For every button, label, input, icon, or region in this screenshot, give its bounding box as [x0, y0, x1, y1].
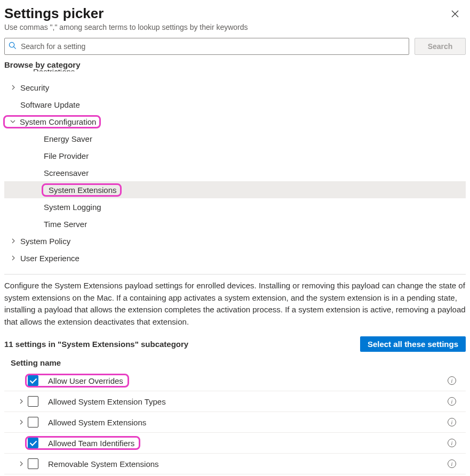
close-button[interactable]	[449, 7, 461, 20]
chevron-right-icon[interactable]	[15, 461, 28, 467]
chevron-right-icon[interactable]	[15, 398, 28, 405]
info-icon[interactable]: i	[448, 459, 456, 468]
divider	[4, 274, 466, 275]
close-icon	[451, 10, 459, 18]
category-item[interactable]: System Configuration	[4, 113, 466, 130]
category-item[interactable]: User Experience	[4, 249, 466, 267]
chevron-right-icon[interactable]	[15, 419, 28, 425]
category-item[interactable]: Time Server	[4, 215, 466, 232]
chevron-right-icon	[9, 255, 18, 261]
search-input[interactable]	[4, 38, 409, 55]
svg-line-1	[14, 47, 16, 49]
highlighted-setting: Allow User Overrides	[25, 374, 129, 388]
setting-label: Allowed System Extensions	[48, 418, 448, 427]
setting-row: Allowed System Extensionsi	[4, 412, 466, 433]
setting-label: Allowed System Extension Types	[48, 397, 448, 406]
category-label: Energy Saver	[44, 134, 92, 143]
category-item[interactable]: Security	[4, 79, 466, 96]
category-label: Screensaver	[44, 168, 89, 178]
category-item[interactable]: Software Update	[4, 96, 466, 113]
page-subtitle: Use commas "," among search terms to loo…	[4, 23, 248, 31]
category-label: Software Update	[20, 100, 80, 109]
settings-list: Allow User OverridesiAllowed System Exte…	[4, 370, 466, 474]
highlighted-category: System Configuration	[3, 115, 101, 128]
category-label: Time Server	[44, 220, 87, 229]
highlighted-category: System Extensions	[42, 183, 122, 197]
chevron-right-icon	[9, 238, 18, 244]
page-title: Settings picker	[4, 5, 248, 22]
select-all-button[interactable]: Select all these settings	[360, 336, 466, 352]
setting-checkbox[interactable]	[28, 396, 38, 407]
search-icon	[9, 42, 17, 51]
info-icon[interactable]: i	[448, 418, 456, 426]
setting-row: Allow User Overridesi	[4, 370, 466, 391]
category-item[interactable]: File Provider	[4, 147, 466, 164]
category-item[interactable]: System Logging	[4, 198, 466, 215]
setting-label: Allow User Overrides	[48, 376, 123, 385]
category-label: User Experience	[20, 254, 79, 263]
setting-checkbox[interactable]	[28, 438, 38, 448]
chevron-right-icon	[9, 84, 18, 91]
setting-checkbox[interactable]	[28, 375, 38, 386]
setting-label: Allowed Team Identifiers	[48, 439, 134, 448]
setting-label: Removable System Extensions	[48, 459, 448, 469]
category-label: Security	[20, 83, 49, 92]
setting-row: Removable System Extensionsi	[4, 454, 466, 474]
chevron-down-icon	[8, 118, 18, 125]
setting-row: Allowed System Extension Typesi	[4, 391, 466, 412]
highlighted-setting: Allowed Team Identifiers	[25, 436, 140, 450]
search-button[interactable]: Search	[415, 38, 466, 55]
info-icon[interactable]: i	[448, 439, 456, 447]
settings-count-label: 11 settings in "System Extensions" subca…	[4, 340, 188, 349]
setting-checkbox[interactable]	[28, 417, 38, 427]
info-icon[interactable]: i	[448, 397, 456, 406]
setting-name-header: Setting name	[11, 358, 466, 367]
category-label: System Configuration	[20, 117, 96, 126]
svg-point-0	[9, 42, 14, 47]
category-label: System Extensions	[49, 185, 117, 195]
category-label: System Logging	[44, 203, 101, 212]
category-item[interactable]: System Policy	[4, 232, 466, 249]
setting-row: Allowed Team Identifiersi	[4, 433, 466, 454]
category-label: File Provider	[44, 151, 89, 160]
category-item[interactable]: System Extensions	[4, 181, 466, 198]
category-item[interactable]: Energy Saver	[4, 130, 466, 147]
info-icon[interactable]: i	[448, 376, 456, 385]
category-item-truncated: Restrictions	[33, 67, 466, 71]
category-item[interactable]: Screensaver	[4, 164, 466, 181]
category-tree: SecuritySoftware UpdateSystem Configurat…	[4, 79, 466, 267]
setting-checkbox[interactable]	[28, 458, 38, 469]
category-label: System Policy	[20, 237, 70, 246]
category-description: Configure the System Extensions payload …	[4, 280, 466, 328]
